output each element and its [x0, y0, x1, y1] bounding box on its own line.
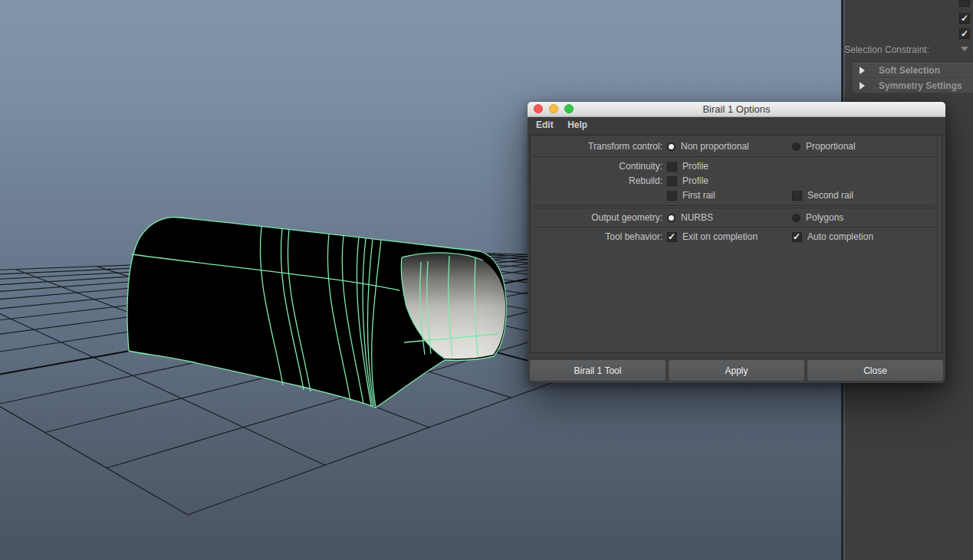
- separator: [532, 227, 935, 228]
- radio-proportional[interactable]: [792, 142, 800, 151]
- birail-tool-button[interactable]: Birail 1 Tool: [530, 360, 666, 381]
- checkbox-label[interactable]: Profile: [682, 161, 708, 172]
- checkbox-label[interactable]: Second rail: [807, 190, 853, 201]
- menu-edit[interactable]: Edit: [531, 117, 559, 130]
- radio-label[interactable]: Polygons: [806, 212, 843, 223]
- dialog-menubar: Edit Help: [528, 117, 945, 135]
- selection-constraint-label: Selection Constraint:: [844, 44, 929, 55]
- rebuild-label: Rebuild:: [531, 175, 662, 186]
- menu-help[interactable]: Help: [562, 117, 593, 130]
- section-label: Symmetry Settings: [879, 80, 962, 91]
- dialog-title: Birail 1 Options: [528, 103, 945, 115]
- dropdown-arrow-icon[interactable]: [961, 47, 968, 51]
- section-symmetry-settings[interactable]: Symmetry Settings: [853, 78, 973, 93]
- checkbox-rebuild-profile[interactable]: [667, 176, 677, 186]
- apply-button[interactable]: Apply: [669, 360, 804, 381]
- checkbox-exit-on-completion[interactable]: [667, 232, 677, 242]
- checkbox-label[interactable]: Profile: [682, 175, 708, 186]
- output-geometry-label: Output geometry:: [531, 212, 662, 223]
- checkbox[interactable]: [959, 0, 970, 7]
- section-soft-selection[interactable]: Soft Selection: [853, 63, 973, 77]
- separator: [532, 205, 935, 206]
- maya-window: Selection Constraint: Soft Selection Sym…: [0, 0, 973, 560]
- radio-nurbs[interactable]: [667, 214, 676, 222]
- separator: [532, 208, 935, 208]
- options-panel: Transform control: Non proportional Prop…: [530, 135, 942, 353]
- radio-non-proportional[interactable]: [667, 142, 676, 151]
- checkbox-label[interactable]: First rail: [682, 190, 715, 201]
- tool-behavior-label: Tool behavior:: [531, 231, 662, 242]
- radio-label[interactable]: Non proportional: [681, 141, 749, 152]
- birail-options-dialog: Birail 1 Options Edit Help Transform con…: [528, 102, 945, 383]
- dialog-titlebar[interactable]: Birail 1 Options: [528, 102, 945, 117]
- checkbox-label[interactable]: Auto completion: [807, 231, 873, 242]
- checkbox-continuity-profile[interactable]: [667, 162, 677, 172]
- continuity-label: Continuity:: [531, 161, 662, 172]
- dialog-button-row: Birail 1 Tool Apply Close: [530, 360, 943, 381]
- checkbox-label[interactable]: Exit on completion: [682, 231, 758, 242]
- checkbox-auto-completion[interactable]: [792, 232, 802, 242]
- disclosure-triangle-icon[interactable]: [860, 67, 865, 74]
- radio-label[interactable]: NURBS: [681, 212, 713, 223]
- transform-control-label: Transform control:: [531, 141, 662, 152]
- checkbox-second-rail[interactable]: [792, 191, 802, 201]
- scrollbar-track[interactable]: [937, 136, 938, 352]
- radio-label[interactable]: Proportional: [806, 141, 856, 152]
- separator: [532, 156, 935, 157]
- close-dialog-button[interactable]: Close: [807, 360, 943, 381]
- checkbox[interactable]: [959, 13, 970, 24]
- radio-polygons[interactable]: [792, 214, 800, 222]
- checkbox[interactable]: [959, 28, 970, 39]
- checkbox-first-rail[interactable]: [667, 191, 677, 201]
- selection-constraint-row: Selection Constraint:: [848, 44, 973, 57]
- section-label: Soft Selection: [879, 65, 940, 76]
- disclosure-triangle-icon[interactable]: [860, 82, 865, 90]
